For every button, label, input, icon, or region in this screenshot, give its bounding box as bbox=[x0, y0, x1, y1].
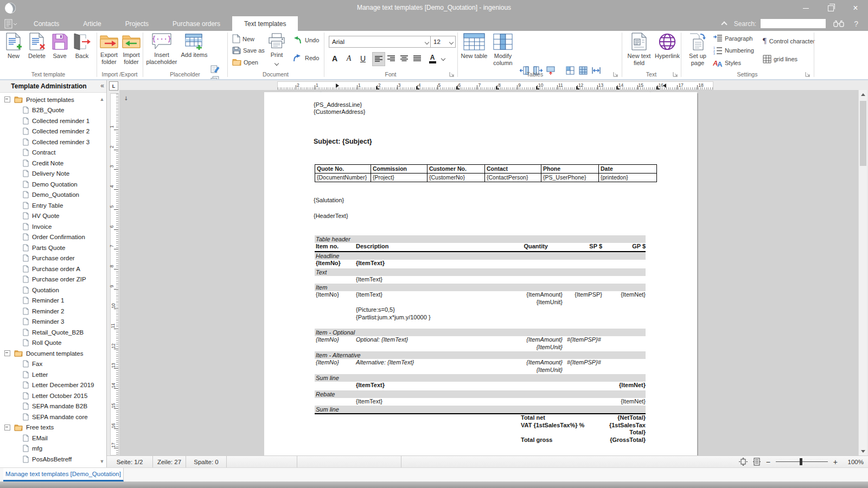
task-tab-active[interactable]: Manage text templates [Demo_Quotation] bbox=[3, 468, 124, 481]
tree-item-order-confirmation[interactable]: Order Confirmation bbox=[0, 232, 100, 243]
tree-scroll-up-icon[interactable]: ▲ bbox=[99, 97, 105, 102]
document-open-button[interactable]: Open bbox=[232, 58, 258, 66]
tree-item-demo-quotation[interactable]: Demo_Quotation bbox=[0, 190, 100, 201]
tree-item-reminder-1[interactable]: Reminder 1 bbox=[0, 296, 100, 306]
grid-lines-button[interactable]: grid lines bbox=[763, 55, 797, 63]
tree-item-sepa-mandate-b2b[interactable]: SEPA mandate B2B bbox=[0, 401, 100, 412]
tab-stop-marker[interactable] bbox=[616, 86, 620, 89]
collapse-ribbon-icon[interactable] bbox=[722, 19, 726, 29]
editor-canvas[interactable]: ⇥ ⇤ ↓ {PS_AddressLine} {CustomerAddress}… bbox=[119, 90, 858, 455]
print-button[interactable]: Print bbox=[265, 33, 289, 66]
tree-item-mfg[interactable]: mfg bbox=[0, 444, 100, 454]
delete-template-button[interactable]: Delete bbox=[25, 33, 49, 60]
align-center-button[interactable] bbox=[398, 52, 410, 65]
tree-item-quotation[interactable]: Quotation bbox=[0, 285, 100, 296]
new-text-field-button[interactable]: New text field bbox=[625, 33, 653, 66]
tree-item-fax[interactable]: Fax bbox=[0, 359, 100, 370]
tab-stop-marker[interactable] bbox=[656, 86, 660, 89]
italic-button[interactable]: A bbox=[343, 52, 355, 65]
fit-width-icon[interactable] bbox=[753, 458, 761, 466]
tree-item-contract[interactable]: Contract bbox=[0, 147, 100, 158]
control-character-button[interactable]: ¶ Control character bbox=[763, 36, 815, 46]
tree-item-hv-quote[interactable]: HV Quote bbox=[0, 211, 100, 222]
close-button[interactable]: × bbox=[843, 0, 868, 16]
tree-item-purchase-order-zip[interactable]: Purchase order ZIP bbox=[0, 274, 100, 285]
tree-item-reminder-2[interactable]: Reminder 2 bbox=[0, 306, 100, 317]
insert-placeholder-button[interactable]: {···} Insert placeholder bbox=[144, 33, 179, 65]
minimize-button[interactable] bbox=[793, 0, 818, 16]
settings-dialog-launcher-icon[interactable] bbox=[805, 72, 810, 77]
scrollbar-thumb[interactable] bbox=[860, 101, 866, 166]
numbering-button[interactable]: 123 Numbering bbox=[713, 46, 754, 55]
restore-button[interactable] bbox=[818, 0, 843, 16]
scroll-up-icon[interactable] bbox=[859, 90, 867, 99]
document-save-as-button[interactable]: Save as bbox=[232, 46, 265, 55]
tree-item-collected-reminder-3[interactable]: Collected reminder 3 bbox=[0, 137, 100, 147]
undo-button[interactable]: Undo bbox=[292, 36, 319, 44]
text-dialog-launcher-icon[interactable] bbox=[673, 72, 678, 77]
add-items-button[interactable]: Add items bbox=[180, 33, 209, 59]
font-color-dropdown-icon[interactable] bbox=[439, 52, 447, 65]
tree-folder-free-texts[interactable]: Free texts bbox=[0, 422, 100, 433]
set-up-page-button[interactable]: Set up page bbox=[685, 33, 711, 66]
tree-item-posabsbetreff[interactable]: PosAbsBetreff bbox=[0, 454, 100, 464]
modify-column-button[interactable]: Modify column bbox=[489, 33, 516, 66]
tree-item-b2b-quote[interactable]: B2B_Quote bbox=[0, 105, 100, 116]
bold-button[interactable]: A bbox=[329, 52, 341, 65]
font-family-select[interactable]: Arial bbox=[329, 36, 431, 48]
tab-stop-marker[interactable] bbox=[496, 86, 499, 89]
scroll-down-icon[interactable] bbox=[859, 447, 867, 455]
tab-stop-marker[interactable] bbox=[456, 86, 459, 89]
tree-item-delivery-note[interactable]: Delivery Note bbox=[0, 169, 100, 179]
tree-item-collected-reminder-2[interactable]: Collected reminder 2 bbox=[0, 126, 100, 137]
tree-item-letter-october-2015[interactable]: Letter October 2015 bbox=[0, 390, 100, 401]
font-dialog-launcher-icon[interactable] bbox=[449, 72, 455, 77]
tab-projects[interactable]: Projects bbox=[113, 16, 161, 31]
tab-stop-marker[interactable] bbox=[576, 86, 579, 89]
tree-item-credit-note[interactable]: Credit Note bbox=[0, 158, 100, 169]
tree-item-letter[interactable]: Letter bbox=[0, 369, 100, 380]
align-left-button[interactable] bbox=[372, 52, 385, 66]
tab-stop-marker[interactable] bbox=[416, 86, 419, 89]
tree-scroll-down-icon[interactable]: ▼ bbox=[99, 459, 105, 464]
document-new-button[interactable]: New bbox=[232, 34, 254, 43]
align-right-button[interactable] bbox=[385, 52, 397, 65]
search-input[interactable] bbox=[761, 19, 826, 28]
tree-item-letter-december-2019[interactable]: Letter December 2019 bbox=[0, 380, 100, 391]
tree-item-email[interactable]: EMail bbox=[0, 433, 100, 444]
print-dropdown-icon[interactable] bbox=[275, 60, 278, 67]
tree-item-retail-quote-b2b[interactable]: Retail_Quote_B2B bbox=[0, 327, 100, 338]
underline-button[interactable]: U bbox=[357, 52, 369, 65]
collapse-folder-icon[interactable] bbox=[4, 425, 10, 431]
horizontal-ruler[interactable]: 21123456789101112131415161718 bbox=[119, 81, 858, 90]
tree-folder-document-templates[interactable]: Document templates bbox=[0, 348, 100, 359]
tree-item-collected-reminder-1[interactable]: Collected reminder 1 bbox=[0, 115, 100, 126]
collapse-folder-icon[interactable] bbox=[4, 97, 10, 102]
import-folder-button[interactable]: Import folder bbox=[120, 33, 142, 65]
hyperlink-button[interactable]: Hyperlink bbox=[654, 33, 680, 60]
tree-item-reminder-3[interactable]: Reminder 3 bbox=[0, 317, 100, 328]
back-button[interactable]: Back bbox=[71, 33, 93, 60]
binoculars-icon[interactable] bbox=[833, 20, 844, 28]
zoom-in-button[interactable]: + bbox=[833, 458, 838, 466]
tree-item-entry-table[interactable]: Entry Table bbox=[0, 200, 100, 211]
tree-item-parts-quote[interactable]: Parts Quote bbox=[0, 242, 100, 253]
fit-page-icon[interactable] bbox=[739, 458, 748, 466]
tree-item-roll-quote[interactable]: Roll Quote bbox=[0, 338, 100, 349]
save-template-button[interactable]: Save bbox=[49, 33, 71, 60]
styles-button[interactable]: AA Styles bbox=[713, 58, 741, 67]
vertical-ruler[interactable]: 1234567891011121314151617 bbox=[110, 93, 119, 455]
document-page[interactable]: {PS_AddressLine} {CustomerAddress} Subje… bbox=[264, 92, 697, 455]
first-line-indent-marker[interactable] bbox=[336, 84, 339, 88]
export-folder-button[interactable]: Export folder bbox=[98, 33, 120, 65]
tree-item-sepa-mandate-core[interactable]: SEPA mandate core bbox=[0, 412, 100, 422]
vertical-scrollbar[interactable] bbox=[858, 90, 867, 455]
tab-purchase-orders[interactable]: Purchase orders bbox=[161, 16, 232, 31]
paragraph-button[interactable]: Paragraph bbox=[713, 34, 752, 43]
right-indent-marker[interactable] bbox=[663, 84, 666, 88]
zoom-slider[interactable] bbox=[776, 461, 828, 462]
tree-folder-project-templates[interactable]: Project templates bbox=[0, 94, 100, 105]
zoom-slider-thumb[interactable] bbox=[800, 458, 802, 465]
new-template-button[interactable]: New bbox=[2, 33, 25, 60]
tree-item-purchase-order[interactable]: Purchase order bbox=[0, 253, 100, 264]
